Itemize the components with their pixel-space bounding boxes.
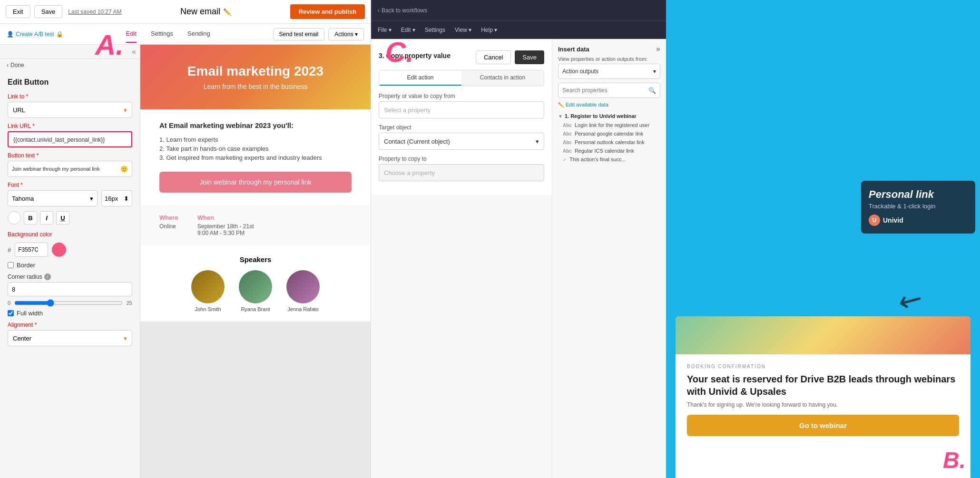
data-item-2[interactable]: Abc Personal outlook calendar link (558, 138, 660, 146)
booking-card: BOOKING CONFIRMATION Your seat is reserv… (676, 316, 970, 478)
data-item-1-label: Personal google calendar link (575, 131, 643, 137)
insert-data-panel: Insert data » View properties or action … (552, 39, 666, 478)
font-row: Tahoma ▾ 16px ⬍ (8, 190, 132, 206)
data-item-3-label: Regular ICS calendar link (575, 148, 634, 154)
border-checkbox[interactable] (8, 262, 14, 268)
booking-card-top-image (676, 316, 970, 354)
email-subtitle: Learn from the best in the business (155, 83, 356, 90)
font-size-input[interactable]: 16px ⬍ (101, 190, 132, 206)
review-publish-button[interactable]: Review and publish (290, 4, 365, 19)
edit-panel: « ‹ Done Edit Button Link to * URL ▾ Lin… (0, 45, 140, 478)
when-col: When September 18th - 21st 9:00 AM - 5:3… (197, 214, 254, 236)
save-cancel-row: Cancel Save (476, 50, 544, 64)
data-item-3-type: Abc (563, 148, 572, 154)
corner-radius-input[interactable] (8, 282, 132, 296)
speaker-2-avatar (239, 270, 272, 303)
action-outputs-select[interactable]: Action outputs ▾ (558, 64, 660, 79)
data-item-3[interactable]: Abc Regular ICS calendar link (558, 146, 660, 155)
speaker-1-avatar (191, 270, 225, 303)
search-properties-input[interactable] (562, 87, 646, 94)
link-url-input[interactable] (13, 137, 127, 143)
tab-sending[interactable]: Sending (187, 25, 210, 43)
list-item: 2. Take part in hands-on case examples (159, 144, 352, 153)
bg-color-label: Background color (8, 231, 132, 238)
speaker-1: John Smith (191, 270, 225, 312)
booking-body: BOOKING CONFIRMATION Your seat is reserv… (676, 354, 970, 446)
editor-body: « ‹ Done Edit Button Link to * URL ▾ Lin… (0, 45, 371, 478)
prop-from-select[interactable]: Select a property (379, 101, 544, 118)
target-select[interactable]: Contact (Current object) ▾ (379, 133, 544, 150)
tab-contacts-action[interactable]: Contacts in action (461, 70, 544, 86)
menu-help[interactable]: Help ▾ (481, 27, 497, 33)
color-input[interactable] (15, 243, 48, 257)
cancel-button[interactable]: Cancel (476, 50, 511, 64)
edit-available-data[interactable]: ✏️ Edit available data (558, 102, 660, 107)
tab-edit[interactable]: Edit (126, 25, 137, 43)
link-url-wrapper (8, 131, 132, 147)
color-circle-button[interactable] (8, 211, 21, 224)
create-ab-test[interactable]: 👤 Create A/B test 🔒 (7, 31, 63, 38)
menu-settings[interactable]: Settings (425, 27, 445, 33)
full-width-row: Full width (8, 310, 132, 317)
where-col: Where Online (159, 214, 178, 236)
menu-view[interactable]: View ▾ (455, 27, 471, 33)
font-size-arrows-icon: ⬍ (124, 195, 129, 202)
join-webinar-button[interactable]: Join webinar through my personal link (159, 172, 352, 193)
button-text-input[interactable]: Join webinar through my personal link 🙂 (8, 161, 132, 177)
bold-button[interactable]: B (24, 211, 37, 224)
go-to-webinar-button[interactable]: Go to webinar (687, 415, 959, 436)
wf-content: 3. Copy property value Cancel Save Edit … (371, 39, 666, 478)
link-url-label: Link URL * (8, 123, 132, 129)
alignment-arrow-icon: ▾ (124, 335, 127, 342)
speaker-2-name: Ryana Brant (241, 306, 270, 312)
font-select[interactable]: Tahoma ▾ (8, 190, 98, 206)
exit-button[interactable]: Exit (6, 5, 30, 18)
data-item-2-type: Abc (563, 140, 572, 145)
link-to-select[interactable]: URL ▾ (8, 102, 132, 118)
target-label: Target object (379, 124, 544, 131)
full-width-checkbox[interactable] (8, 310, 14, 316)
univid-brand: Univid (883, 216, 903, 224)
save-button[interactable]: Save (34, 5, 63, 18)
target-group: Target object Contact (Current object) ▾ (379, 124, 544, 150)
info-icon[interactable]: i (44, 273, 51, 280)
prop-to-select[interactable]: Choose a property (379, 164, 544, 181)
underline-button[interactable]: U (56, 211, 69, 224)
data-section-header[interactable]: ▼ 1. Register to Univid webinar (558, 111, 660, 121)
univid-logo: U Univid (869, 215, 968, 226)
italic-button[interactable]: I (40, 211, 53, 224)
data-item-1[interactable]: Abc Personal google calendar link (558, 129, 660, 138)
color-row: # (8, 243, 132, 257)
booking-panel: Personal link Trackable & 1-click login … (666, 0, 980, 478)
data-item-4[interactable]: ✓ This action's final succ... (558, 155, 660, 164)
edit-title-icon[interactable]: ✏️ (223, 8, 231, 16)
speaker-3-avatar (286, 270, 320, 303)
tab-edit-action[interactable]: Edit action (379, 70, 461, 86)
speakers-section: Speakers John Smith Ryana Brant Jenna (140, 246, 371, 322)
tab-settings[interactable]: Settings (151, 25, 173, 43)
editor-title: New email ✏️ (125, 7, 286, 17)
view-props-label: View properties or action outputs from: (558, 56, 660, 62)
send-test-button[interactable]: Send test email (273, 28, 325, 40)
border-label: Border (17, 262, 35, 269)
data-item-0[interactable]: Abc Login link for the registered user (558, 121, 660, 129)
corner-radius-slider[interactable] (14, 299, 123, 307)
personal-link-title: Personal link (869, 188, 968, 201)
copy-property-panel: 3. Copy property value Cancel Save Edit … (371, 39, 552, 478)
email-body-heading: At Email marketing webinar 2023 you'll: (159, 121, 352, 129)
label-b: B. (943, 447, 966, 473)
actions-button[interactable]: Actions ▾ (328, 28, 364, 40)
color-swatch[interactable] (52, 243, 66, 257)
last-saved-text[interactable]: Last saved 10:27 AM (68, 9, 121, 15)
prop-copy-label: Property or value to copy from (379, 93, 544, 99)
back-to-workflows-label: Back to workflows (382, 7, 427, 14)
menu-file[interactable]: File ▾ (378, 27, 392, 33)
data-section-1: ▼ 1. Register to Univid webinar Abc Logi… (558, 111, 660, 164)
save-dark-button[interactable]: Save (515, 50, 544, 64)
back-to-workflows[interactable]: ‹ Back to workflows (378, 7, 427, 14)
preview-inner: Email marketing 2023 Learn from the best… (140, 45, 371, 322)
alignment-select[interactable]: Center ▾ (8, 330, 132, 346)
menu-edit[interactable]: Edit ▾ (401, 27, 415, 33)
workflow-tabs: Edit action Contacts in action (379, 70, 544, 86)
insert-data-collapse-icon[interactable]: » (656, 45, 660, 53)
